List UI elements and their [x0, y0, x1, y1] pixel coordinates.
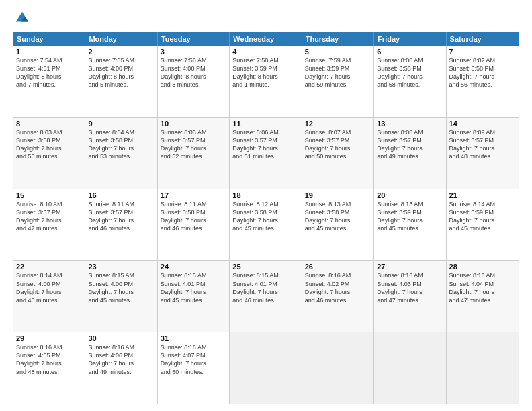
calendar-header: Sunday Monday Tuesday Wednesday Thursday… [13, 32, 519, 46]
day-number: 29 [16, 334, 82, 342]
day-number: 10 [161, 120, 226, 128]
day-cell: 8Sunrise: 8:03 AMSunset: 3:58 PMDaylight… [13, 118, 85, 189]
day-cell: 27Sunrise: 8:16 AMSunset: 4:03 PMDayligh… [374, 261, 446, 332]
day-info: Sunrise: 7:59 AMSunset: 3:59 PMDaylight:… [305, 56, 371, 89]
day-cell: 21Sunrise: 8:14 AMSunset: 3:59 PMDayligh… [447, 189, 519, 261]
day-cell: 22Sunrise: 8:14 AMSunset: 4:00 PMDayligh… [13, 261, 85, 332]
day-info: Sunrise: 8:07 AMSunset: 3:57 PMDaylight:… [305, 128, 371, 161]
day-info: Sunrise: 8:10 AMSunset: 3:57 PMDaylight:… [16, 200, 82, 233]
day-number: 6 [377, 48, 443, 56]
day-number: 25 [232, 263, 298, 271]
day-info: Sunrise: 8:16 AMSunset: 4:07 PMDaylight:… [161, 343, 226, 376]
header-tuesday: Tuesday [158, 32, 230, 46]
day-number: 23 [88, 263, 154, 271]
day-info: Sunrise: 8:12 AMSunset: 3:58 PMDaylight:… [232, 200, 298, 233]
day-info: Sunrise: 8:15 AMSunset: 4:00 PMDaylight:… [88, 271, 154, 304]
day-info: Sunrise: 8:02 AMSunset: 3:58 PMDaylight:… [449, 56, 516, 89]
day-cell [302, 332, 374, 404]
header [13, 11, 519, 26]
day-number: 17 [161, 191, 226, 199]
day-cell: 17Sunrise: 8:11 AMSunset: 3:58 PMDayligh… [158, 189, 230, 261]
day-cell: 18Sunrise: 8:12 AMSunset: 3:58 PMDayligh… [230, 189, 302, 261]
day-cell: 9Sunrise: 8:04 AMSunset: 3:58 PMDaylight… [85, 118, 157, 189]
day-info: Sunrise: 8:13 AMSunset: 3:59 PMDaylight:… [377, 200, 443, 233]
day-cell: 13Sunrise: 8:08 AMSunset: 3:57 PMDayligh… [374, 118, 446, 189]
day-cell: 1Sunrise: 7:54 AMSunset: 4:01 PMDaylight… [13, 46, 85, 117]
day-number: 24 [161, 263, 226, 271]
day-info: Sunrise: 8:16 AMSunset: 4:02 PMDaylight:… [305, 271, 371, 304]
day-number: 14 [449, 120, 516, 128]
week-1: 1Sunrise: 7:54 AMSunset: 4:01 PMDaylight… [13, 46, 519, 118]
day-number: 7 [449, 48, 516, 56]
calendar: Sunday Monday Tuesday Wednesday Thursday… [13, 32, 519, 404]
day-number: 21 [449, 191, 516, 199]
day-number: 15 [16, 191, 82, 199]
day-cell: 28Sunrise: 8:16 AMSunset: 4:04 PMDayligh… [447, 261, 519, 332]
header-wednesday: Wednesday [230, 32, 302, 46]
day-cell: 12Sunrise: 8:07 AMSunset: 3:57 PMDayligh… [302, 118, 374, 189]
day-number: 19 [305, 191, 371, 199]
day-info: Sunrise: 8:06 AMSunset: 3:57 PMDaylight:… [232, 128, 298, 161]
day-cell: 5Sunrise: 7:59 AMSunset: 3:59 PMDaylight… [302, 46, 374, 117]
day-info: Sunrise: 8:05 AMSunset: 3:57 PMDaylight:… [161, 128, 226, 161]
day-info: Sunrise: 8:11 AMSunset: 3:57 PMDaylight:… [88, 200, 154, 233]
header-thursday: Thursday [302, 32, 374, 46]
day-info: Sunrise: 7:55 AMSunset: 4:00 PMDaylight:… [88, 56, 154, 89]
day-info: Sunrise: 7:56 AMSunset: 4:00 PMDaylight:… [161, 56, 226, 89]
day-number: 27 [377, 263, 443, 271]
day-number: 18 [232, 191, 298, 199]
page: Sunday Monday Tuesday Wednesday Thursday… [0, 0, 532, 411]
day-info: Sunrise: 8:00 AMSunset: 3:58 PMDaylight:… [377, 56, 443, 89]
day-cell: 14Sunrise: 8:09 AMSunset: 3:57 PMDayligh… [447, 118, 519, 189]
day-cell [230, 332, 302, 404]
day-info: Sunrise: 8:09 AMSunset: 3:57 PMDaylight:… [449, 128, 516, 161]
day-cell: 6Sunrise: 8:00 AMSunset: 3:58 PMDaylight… [374, 46, 446, 117]
day-cell: 30Sunrise: 8:16 AMSunset: 4:06 PMDayligh… [85, 332, 157, 404]
header-sunday: Sunday [13, 32, 85, 46]
header-monday: Monday [85, 32, 157, 46]
day-number: 30 [88, 334, 154, 342]
day-cell: 16Sunrise: 8:11 AMSunset: 3:57 PMDayligh… [85, 189, 157, 261]
day-info: Sunrise: 8:16 AMSunset: 4:05 PMDaylight:… [16, 343, 82, 376]
day-info: Sunrise: 8:16 AMSunset: 4:04 PMDaylight:… [449, 271, 516, 304]
logo [13, 11, 30, 26]
day-info: Sunrise: 8:04 AMSunset: 3:58 PMDaylight:… [88, 128, 154, 161]
calendar-body: 1Sunrise: 7:54 AMSunset: 4:01 PMDaylight… [13, 46, 519, 404]
day-info: Sunrise: 8:14 AMSunset: 3:59 PMDaylight:… [449, 200, 516, 233]
day-number: 8 [16, 120, 82, 128]
day-cell: 2Sunrise: 7:55 AMSunset: 4:00 PMDaylight… [85, 46, 157, 117]
day-number: 3 [161, 48, 226, 56]
day-info: Sunrise: 7:58 AMSunset: 3:59 PMDaylight:… [232, 56, 298, 89]
day-number: 1 [16, 48, 82, 56]
day-cell: 24Sunrise: 8:15 AMSunset: 4:01 PMDayligh… [158, 261, 230, 332]
day-cell [374, 332, 446, 404]
day-info: Sunrise: 8:08 AMSunset: 3:57 PMDaylight:… [377, 128, 443, 161]
day-cell: 31Sunrise: 8:16 AMSunset: 4:07 PMDayligh… [158, 332, 230, 404]
day-number: 28 [449, 263, 516, 271]
day-number: 4 [232, 48, 298, 56]
day-info: Sunrise: 8:11 AMSunset: 3:58 PMDaylight:… [161, 200, 226, 233]
week-4: 22Sunrise: 8:14 AMSunset: 4:00 PMDayligh… [13, 261, 519, 332]
day-info: Sunrise: 8:13 AMSunset: 3:58 PMDaylight:… [305, 200, 371, 233]
logo-icon [15, 11, 30, 26]
day-info: Sunrise: 8:16 AMSunset: 4:03 PMDaylight:… [377, 271, 443, 304]
day-cell [447, 332, 519, 404]
day-info: Sunrise: 8:03 AMSunset: 3:58 PMDaylight:… [16, 128, 82, 161]
week-5: 29Sunrise: 8:16 AMSunset: 4:05 PMDayligh… [13, 332, 519, 404]
day-number: 26 [305, 263, 371, 271]
day-info: Sunrise: 7:54 AMSunset: 4:01 PMDaylight:… [16, 56, 82, 89]
day-cell: 10Sunrise: 8:05 AMSunset: 3:57 PMDayligh… [158, 118, 230, 189]
day-cell: 20Sunrise: 8:13 AMSunset: 3:59 PMDayligh… [374, 189, 446, 261]
day-cell: 15Sunrise: 8:10 AMSunset: 3:57 PMDayligh… [13, 189, 85, 261]
day-number: 11 [232, 120, 298, 128]
day-number: 13 [377, 120, 443, 128]
day-cell: 11Sunrise: 8:06 AMSunset: 3:57 PMDayligh… [230, 118, 302, 189]
day-cell: 4Sunrise: 7:58 AMSunset: 3:59 PMDaylight… [230, 46, 302, 117]
day-cell: 23Sunrise: 8:15 AMSunset: 4:00 PMDayligh… [85, 261, 157, 332]
week-3: 15Sunrise: 8:10 AMSunset: 3:57 PMDayligh… [13, 189, 519, 261]
day-cell: 3Sunrise: 7:56 AMSunset: 4:00 PMDaylight… [158, 46, 230, 117]
day-info: Sunrise: 8:14 AMSunset: 4:00 PMDaylight:… [16, 271, 82, 304]
header-saturday: Saturday [447, 32, 519, 46]
day-number: 22 [16, 263, 82, 271]
day-number: 2 [88, 48, 154, 56]
